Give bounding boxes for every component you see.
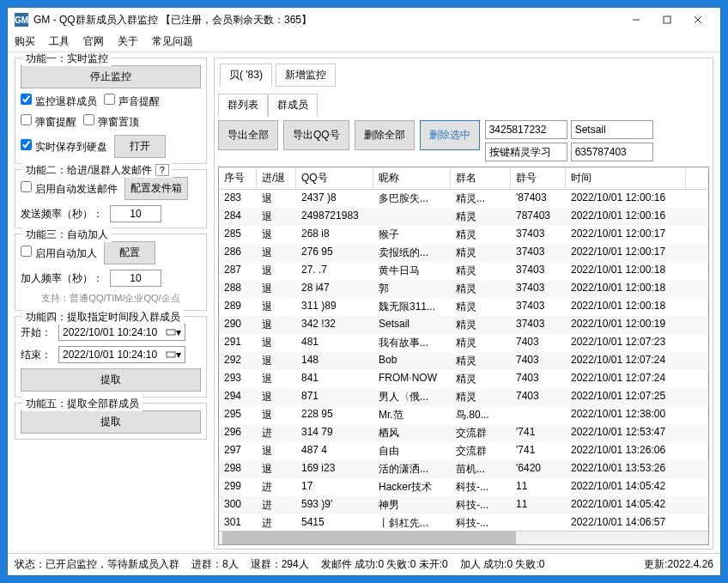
menu-tools[interactable]: 工具 [49, 34, 70, 49]
col-group-no[interactable]: 群号 [511, 167, 566, 189]
status-add: 加人 成功:0 失败:0 [460, 557, 545, 572]
svg-rect-5 [167, 352, 175, 357]
config-add-button[interactable]: 配置 [104, 241, 155, 264]
menu-faq[interactable]: 常见问题 [152, 34, 193, 49]
status-mail: 发邮件 成功:0 失败:0 未开:0 [321, 557, 448, 572]
right-panel: 贝( '83) 新增监控 群列表 群成员 导出全部 导出QQ号 删除全部 删除选… [214, 58, 713, 550]
add-freq-input[interactable] [110, 270, 161, 287]
hotkey-input[interactable] [485, 143, 567, 161]
cb-auto-add[interactable]: 启用自动加人 [21, 246, 97, 261]
delete-all-button[interactable]: 删除全部 [355, 120, 415, 150]
open-button[interactable]: 打开 [114, 135, 166, 158]
svg-rect-1 [664, 16, 670, 23]
col-jr[interactable]: 进/退 [257, 167, 296, 189]
col-qq[interactable]: QQ号 [296, 167, 373, 189]
table-row[interactable]: 283退2437 )8多巴胺失...精灵...'874032022/10/01 … [219, 190, 708, 208]
menu-about[interactable]: 关于 [118, 34, 138, 49]
table-row[interactable]: 287退27. .7黄牛日马精灵374032022/10/01 12:00:18 [219, 262, 708, 280]
cb-save-disk[interactable]: 实时保存到硬盘 [21, 139, 107, 155]
menu-site[interactable]: 官网 [83, 34, 104, 49]
titlebar: GM GM - QQ群新成员入群监控 【已注册，会员剩余天数：365】 [8, 8, 720, 32]
table-row[interactable]: 298退169 i23活的潇洒...苗机...'64202022/10/01 1… [219, 460, 708, 478]
table-row[interactable]: 301进5415丨斜杠先...科技-...2022/10/01 14:06:57 [219, 514, 708, 531]
extract-all-button[interactable]: 提取 [21, 410, 201, 434]
action-bar: 导出全部 导出QQ号 删除全部 删除选中 [218, 120, 709, 161]
left-panel: 功能一：实时监控 停止监控 监控退群成员 声音提醒 弹窗提醒 弹窗置顶 实时保存… [15, 58, 207, 550]
qq-input[interactable] [485, 120, 567, 139]
tab-group-1[interactable]: 贝( '83) [220, 64, 272, 87]
group-input[interactable] [571, 143, 653, 161]
config-mail-button[interactable]: 配置发件箱 [124, 177, 188, 200]
export-qq-button[interactable]: 导出QQ号 [283, 120, 349, 150]
func3-group: 功能三：自动加人 启用自动加人 配置 加人频率（秒）： 支持：普通QQ/TIM/… [15, 234, 207, 311]
table-row[interactable]: 297退487 4自由交流群'7412022/10/01 13:26:06 [219, 442, 708, 460]
horizontal-scrollbar[interactable] [219, 531, 708, 544]
cb-monitor-leave[interactable]: 监控退群成员 [21, 94, 97, 109]
status-leave: 退群：294人 [251, 557, 309, 572]
maximize-button[interactable] [652, 11, 682, 28]
func5-title: 功能五：提取全部群成员 [22, 397, 143, 411]
minimize-button[interactable] [621, 11, 652, 28]
func2-group: 功能二：给进/退群人发邮件 ? 启用自动发送邮件 配置发件箱 发送频率（秒）： [15, 169, 207, 228]
col-time[interactable]: 时间 [566, 167, 686, 189]
stop-monitor-button[interactable]: 停止监控 [21, 65, 201, 88]
func4-title: 功能四：提取指定时间段入群成员 [22, 310, 184, 325]
calendar-icon: ▾ [166, 326, 181, 338]
add-freq-label: 加人频率（秒）： [21, 271, 103, 286]
table-row[interactable]: 296进314 79栖风交流群'7412022/10/01 12:53:47 [219, 424, 708, 442]
cb-popup[interactable]: 弹窗提醒 [21, 114, 76, 130]
col-nick[interactable]: 昵称 [373, 167, 451, 189]
table-row[interactable]: 295退228 95Mr.范鸟.80...2022/10/01 12:38:00 [219, 406, 708, 424]
table-row[interactable]: 289退311 )89魏无限311...精灵374032022/10/01 12… [219, 298, 708, 316]
tab-group-members[interactable]: 群成员 [268, 94, 318, 117]
close-button[interactable] [682, 11, 713, 28]
window-title: GM - QQ群新成员入群监控 【已注册，会员剩余天数：365】 [33, 13, 621, 27]
nick-input[interactable] [571, 120, 653, 139]
status-version: 更新:2022.4.26 [644, 557, 713, 572]
cb-sound[interactable]: 声音提醒 [104, 94, 160, 109]
table-row[interactable]: 300进593 )9'神男科技-...112022/10/01 14:05:42 [219, 496, 708, 514]
export-all-button[interactable]: 导出全部 [218, 120, 278, 150]
send-freq-input[interactable] [110, 205, 161, 222]
table-row[interactable]: 292退148Bob精灵74032022/10/01 12:07:24 [219, 352, 708, 370]
func5-group: 功能五：提取全部群成员 提取 [15, 403, 207, 440]
table-row[interactable]: 291退481我有故事...精灵74032022/10/01 12:07:23 [219, 334, 708, 352]
status-state: 状态：已开启监控，等待新成员入群 [15, 557, 179, 572]
tab-add-monitor[interactable]: 新增监控 [276, 64, 336, 87]
table-row[interactable]: 284退2498721983精灵7874032022/10/01 12:00:1… [219, 208, 708, 226]
func4-group: 功能四：提取指定时间段入群成员 开始： 2022/10/01 10:24:10 … [15, 316, 207, 398]
end-date-input[interactable]: 2022/10/01 10:24:10 ▾ [58, 346, 185, 363]
help-icon[interactable]: ? [155, 164, 169, 176]
col-group-name[interactable]: 群名 [451, 167, 511, 189]
table-row[interactable]: 286退276 95卖报纸的...精灵374032022/10/01 12:00… [219, 244, 708, 262]
start-label: 开始： [21, 325, 52, 340]
status-join: 进群：8人 [191, 557, 239, 572]
delete-selected-button[interactable]: 删除选中 [420, 120, 480, 150]
func1-group: 功能一：实时监控 停止监控 监控退群成员 声音提醒 弹窗提醒 弹窗置顶 实时保存… [15, 58, 207, 164]
col-no[interactable]: 序号 [219, 167, 257, 189]
table-body[interactable]: 283退2437 )8多巴胺失...精灵...'874032022/10/01 … [219, 190, 708, 531]
support-text: 支持：普通QQ/TIM/企业QQ/企点 [21, 292, 201, 305]
cb-popup-top[interactable]: 弹窗置顶 [83, 114, 139, 130]
func3-title: 功能三：自动加人 [22, 228, 112, 242]
func1-title: 功能一：实时监控 [22, 52, 112, 66]
cb-auto-send[interactable]: 启用自动发送邮件 [21, 181, 118, 197]
func2-title: 功能二：给进/退群人发邮件 ? [22, 163, 173, 178]
calendar-icon: ▾ [166, 349, 181, 361]
app-icon: GM [15, 13, 28, 27]
menu-buy[interactable]: 购买 [15, 34, 35, 49]
send-freq-label: 发送频率（秒）： [21, 207, 103, 222]
extract-range-button[interactable]: 提取 [21, 368, 201, 392]
menubar: 购买 工具 官网 关于 常见问题 [8, 32, 720, 52]
table-row[interactable]: 294退871男人〈俄...精灵74032022/10/01 12:07:25 [219, 388, 708, 406]
table-row[interactable]: 299进17Hacker技术科技-...112022/10/01 14:05:4… [219, 478, 708, 496]
tab-group-list[interactable]: 群列表 [218, 94, 268, 117]
sub-tabs: 群列表 群成员 [218, 94, 709, 117]
top-tabs: 贝( '83) 新增监控 [218, 62, 709, 88]
table-row[interactable]: 288退28 i47郭精灵374032022/10/01 12:00:18 [219, 280, 708, 298]
table-row[interactable]: 285退268 i8猴子精灵374032022/10/01 12:00:17 [219, 226, 708, 244]
member-table: 序号 进/退 QQ号 昵称 群名 群号 时间 283退2437 )8多巴胺失..… [218, 167, 709, 545]
table-row[interactable]: 293退841FROM·NOW精灵74032022/10/01 12:07:24 [219, 370, 708, 388]
start-date-input[interactable]: 2022/10/01 10:24:10 ▾ [58, 324, 185, 341]
table-row[interactable]: 290退342 !32Setsail精灵374032022/10/01 12:0… [219, 316, 708, 334]
